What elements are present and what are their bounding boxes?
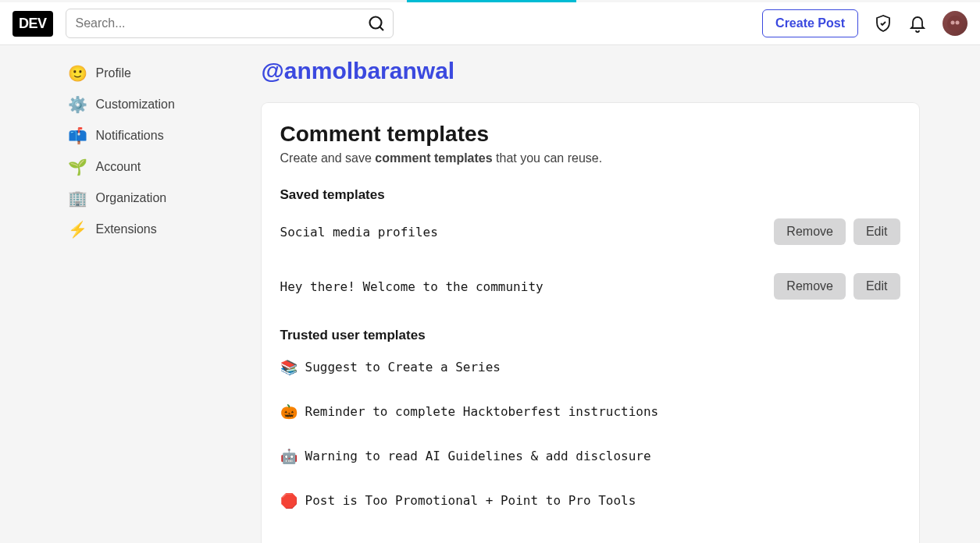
template-actions: Remove Edit <box>774 273 900 300</box>
books-icon: 📚 <box>280 359 298 375</box>
robot-icon: 🤖 <box>280 448 298 464</box>
svg-point-4 <box>956 21 960 25</box>
saved-template-row: Hey there! Welcome to the community Remo… <box>280 273 900 300</box>
remove-button[interactable]: Remove <box>774 273 846 300</box>
notifications-icon[interactable] <box>908 14 927 33</box>
pumpkin-icon: 🎃 <box>280 403 298 420</box>
header-right: Create Post <box>762 9 968 37</box>
logo[interactable]: DEV <box>12 11 53 37</box>
subtitle-prefix: Create and save <box>280 151 376 165</box>
avatar[interactable] <box>943 11 968 36</box>
gear-icon: ⚙️ <box>68 95 87 114</box>
username-heading[interactable]: @anmolbaranwal <box>262 58 919 84</box>
trusted-template-name: Post is Too Promotional + Point to Pro T… <box>305 493 636 508</box>
subtitle-bold: comment templates <box>375 151 492 165</box>
sidebar-item-customization[interactable]: ⚙️ Customization <box>62 89 249 120</box>
header: DEV Create Post <box>0 2 980 45</box>
create-post-button[interactable]: Create Post <box>762 9 858 37</box>
smile-icon: 🙂 <box>68 64 87 83</box>
search-input[interactable] <box>66 9 394 38</box>
subtitle-suffix: that you can reuse. <box>493 151 603 165</box>
remove-button[interactable]: Remove <box>774 218 846 245</box>
sidebar-item-label: Account <box>96 160 141 174</box>
template-actions: Remove Edit <box>774 218 900 245</box>
mailbox-icon: 📫 <box>68 126 87 145</box>
sidebar-item-label: Notifications <box>96 129 164 143</box>
sidebar-item-organization[interactable]: 🏢 Organization <box>62 183 249 214</box>
sidebar-item-label: Customization <box>96 98 175 112</box>
sidebar-item-label: Extensions <box>96 222 157 236</box>
edit-button[interactable]: Edit <box>853 218 900 245</box>
sidebar-item-label: Profile <box>96 66 131 80</box>
svg-point-3 <box>951 21 955 25</box>
building-icon: 🏢 <box>68 189 87 208</box>
main-content: @anmolbaranwal Comment templates Create … <box>262 58 919 543</box>
sidebar-item-label: Organization <box>96 191 167 205</box>
trusted-template-row[interactable]: 🎃 Reminder to complete Hacktoberfest ins… <box>280 403 900 420</box>
trusted-template-row[interactable]: 🤖 Warning to read AI Guidelines & add di… <box>280 448 900 464</box>
svg-line-1 <box>380 27 383 31</box>
lightning-icon: ⚡ <box>68 220 87 239</box>
search-icon[interactable] <box>367 14 386 33</box>
sidebar-item-account[interactable]: 🌱 Account <box>62 151 249 183</box>
sidebar-item-profile[interactable]: 🙂 Profile <box>62 58 249 89</box>
edit-button[interactable]: Edit <box>853 273 900 300</box>
saved-template-row: Social media profiles Remove Edit <box>280 218 900 245</box>
trusted-template-name: Suggest to Create a Series <box>305 360 501 374</box>
sidebar-item-extensions[interactable]: ⚡ Extensions <box>62 214 249 245</box>
svg-point-2 <box>947 16 963 31</box>
seedling-icon: 🌱 <box>68 158 87 176</box>
trusted-template-name: Warning to read AI Guidelines & add disc… <box>305 449 651 463</box>
sidebar-item-notifications[interactable]: 📫 Notifications <box>62 120 249 151</box>
trusted-templates-heading: Trusted user templates <box>280 328 900 343</box>
trusted-template-row[interactable]: 📚 Suggest to Create a Series <box>280 359 900 375</box>
trusted-template-row[interactable]: 🛑 Post is Too Promotional + Point to Pro… <box>280 492 900 509</box>
comment-templates-card: Comment templates Create and save commen… <box>262 103 919 543</box>
template-name: Hey there! Welcome to the community <box>280 279 543 294</box>
sidebar: 🙂 Profile ⚙️ Customization 📫 Notificatio… <box>62 58 249 543</box>
moderation-icon[interactable] <box>874 14 893 33</box>
card-title: Comment templates <box>280 122 900 147</box>
trusted-template-name: Reminder to complete Hacktoberfest instr… <box>305 404 659 419</box>
stop-icon: 🛑 <box>280 492 298 509</box>
search-wrapper <box>66 9 394 38</box>
svg-point-0 <box>369 17 381 29</box>
template-name: Social media profiles <box>280 225 438 240</box>
card-subtitle: Create and save comment templates that y… <box>280 151 900 165</box>
saved-templates-heading: Saved templates <box>280 187 900 203</box>
